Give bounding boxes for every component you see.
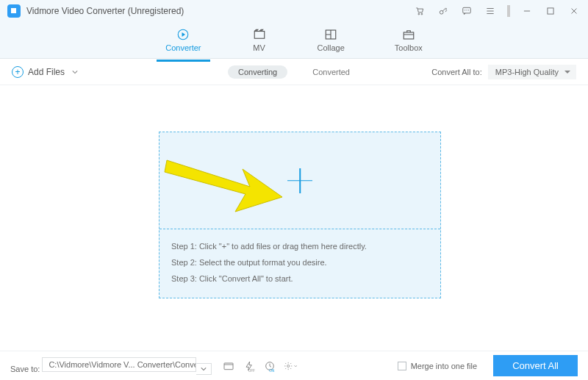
save-to-control: Save to: C:\Vidmore\Vidmore V... Convert… (10, 357, 212, 375)
add-files-label: Add Files (28, 67, 65, 77)
divider (507, 5, 510, 17)
convert-all-to: Convert All to: MP3-High Quality (431, 65, 576, 79)
svg-rect-6 (254, 32, 265, 39)
quick-action-icons: OFF ON (222, 359, 297, 373)
add-files-button[interactable]: + Add Files (12, 66, 78, 78)
tab-mv[interactable]: MV (247, 25, 272, 55)
app-title: Vidmore Video Converter (Unregistered) (26, 6, 184, 16)
merge-checkbox[interactable]: Merge into one file (398, 362, 478, 370)
tab-toolbox[interactable]: Toolbox (390, 25, 427, 55)
bottom-bar: Save to: C:\Vidmore\Vidmore V... Convert… (0, 351, 588, 380)
checkbox-icon (398, 362, 406, 370)
convert-all-button[interactable]: Convert All (493, 355, 578, 376)
menu-icon[interactable] (484, 4, 497, 18)
svg-point-2 (440, 10, 443, 14)
tab-converted[interactable]: Converted (302, 65, 360, 79)
save-path-dropdown[interactable] (196, 363, 212, 375)
minimize-button[interactable] (520, 4, 534, 18)
svg-text:ON: ON (270, 369, 275, 372)
settings-icon[interactable] (284, 359, 297, 373)
save-path-field[interactable]: C:\Vidmore\Vidmore V... Converter\Conver… (42, 357, 196, 372)
instruction-steps: Step 1: Click "+" to add files or drag t… (159, 229, 440, 295)
tab-label: Collage (318, 43, 345, 52)
maximize-button[interactable] (544, 4, 557, 18)
tab-label: Toolbox (395, 43, 423, 52)
window-controls (413, 4, 581, 18)
save-to-label: Save to: (10, 365, 40, 373)
merge-label: Merge into one file (411, 362, 478, 370)
svg-rect-9 (224, 363, 233, 370)
output-format-select[interactable]: MP3-High Quality (488, 65, 576, 79)
feedback-icon[interactable] (460, 4, 473, 18)
app-logo (7, 4, 21, 18)
big-plus-icon (287, 168, 312, 193)
tab-label: Converter (165, 43, 201, 52)
tab-converting[interactable]: Converting (228, 65, 287, 79)
svg-rect-8 (404, 32, 414, 39)
open-folder-icon[interactable] (222, 359, 235, 373)
high-speed-on-icon[interactable]: ON (263, 359, 276, 373)
convert-all-label: Convert All to: (431, 68, 481, 76)
add-files-dropzone[interactable] (159, 132, 440, 229)
cart-icon[interactable] (413, 4, 426, 18)
conversion-status-tabs: Converting Converted (228, 65, 360, 79)
close-button[interactable] (567, 4, 581, 18)
svg-text:OFF: OFF (248, 369, 255, 372)
svg-point-13 (287, 365, 290, 367)
title-bar: Vidmore Video Converter (Unregistered) (0, 0, 588, 22)
plus-icon: + (12, 66, 24, 78)
svg-rect-4 (548, 8, 553, 14)
main-tabbar: Converter MV Collage Toolbox (0, 22, 588, 59)
chevron-down-icon (72, 69, 78, 75)
main-canvas: Step 1: Click "+" to add files or drag t… (0, 85, 588, 351)
svg-point-0 (418, 13, 420, 15)
hardware-accel-off-icon[interactable]: OFF (243, 359, 256, 373)
step-2: Step 2: Select the output format you des… (171, 254, 429, 270)
step-1: Step 1: Click "+" to add files or drag t… (171, 238, 429, 254)
drop-zone: Step 1: Click "+" to add files or drag t… (159, 132, 441, 298)
tab-converter[interactable]: Converter (161, 25, 205, 55)
step-3: Step 3: Click "Convert All" to start. (171, 270, 429, 287)
action-bar: + Add Files Converting Converted Convert… (0, 59, 588, 85)
tab-collage[interactable]: Collage (313, 25, 349, 55)
tab-label: MV (253, 43, 265, 52)
svg-point-1 (421, 13, 423, 15)
key-icon[interactable] (437, 4, 450, 18)
